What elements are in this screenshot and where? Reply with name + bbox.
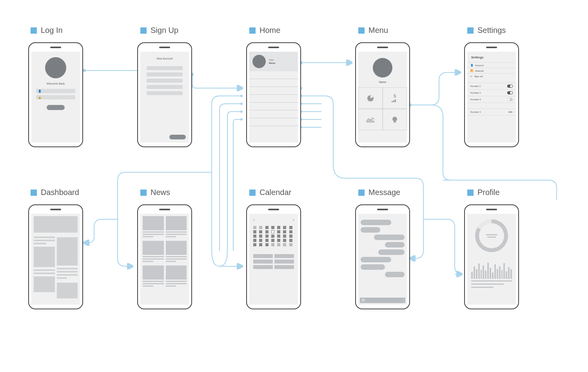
message-bubble-out [378,249,405,255]
home-list-item[interactable] [249,95,298,103]
title-settings-text: Settings [477,26,506,35]
news-card[interactable] [143,216,164,238]
switch-icon [507,91,513,94]
dashboard-image [34,247,55,267]
screen-dashboard [31,214,80,305]
signup-field[interactable] [147,72,183,76]
home-list-item[interactable] [249,87,298,95]
svg-rect-18 [395,99,396,102]
home-list-item[interactable] [249,79,298,87]
phone-speaker [268,209,279,210]
calendar-next-button[interactable]: › [293,218,294,222]
news-card[interactable] [166,265,187,288]
growth-icon: $ [392,94,398,103]
title-message: Message [358,188,400,197]
message-bubble-in [361,264,385,270]
calendar-event[interactable] [274,260,294,264]
home-list-item[interactable] [249,103,298,110]
title-settings: Settings [467,26,506,35]
settings-toggle-2[interactable]: Number 2 [467,89,516,96]
user-icon: 👤 [38,90,42,93]
phone-speaker [50,47,61,48]
toggle-label: Number 1 [470,85,481,87]
send-icon[interactable]: › [403,299,404,302]
title-message-text: Message [368,188,400,197]
screen-login: Welcome Back 👤 🔒 [31,52,80,143]
title-news: News [140,188,170,197]
home-greeting: Your Name [269,58,275,65]
switch-icon [507,85,513,88]
phone-message: 🖼 › [355,204,410,309]
username-input[interactable]: 👤 [36,89,75,93]
password-input[interactable]: 🔒 [36,95,75,99]
dashboard-image [57,283,78,298]
menu-tile-idea[interactable] [383,109,407,130]
news-card[interactable] [143,265,164,288]
svg-point-7 [240,110,243,113]
calendar-event[interactable] [274,265,294,269]
toggle-label: Number 2 [470,92,481,94]
bullet-icon [249,190,256,196]
svg-rect-26 [394,121,396,123]
phone-dashboard [28,204,83,309]
dashboard-columns [34,235,78,301]
image-icon[interactable]: 🖼 [361,299,365,302]
news-card[interactable] [143,241,164,263]
settings-toggle-3[interactable]: Number 3 [467,96,516,103]
home-list-item[interactable] [249,110,298,118]
settings-link-account[interactable]: 👤Account [467,62,516,68]
calendar-selected-day[interactable] [271,230,274,233]
svg-point-4 [240,87,243,89]
title-home: Home [249,26,280,35]
bullet-icon [31,190,37,196]
menu-tile-chart[interactable] [358,109,383,130]
extra-label: Number 4 [470,111,481,113]
settings-link-network[interactable]: 📶Network [467,68,516,73]
home-list-item[interactable] [249,71,298,79]
svg-point-8 [240,118,243,121]
phone-login: Welcome Back 👤 🔒 [28,42,83,147]
signup-submit-button[interactable] [169,135,186,139]
signup-field[interactable] [147,79,183,83]
progress-ring [475,219,508,252]
toggle-label: Number 3 [470,98,481,101]
signup-field[interactable] [147,91,183,95]
settings-link-signout[interactable]: ↩Sign out [467,73,516,79]
news-card[interactable] [166,241,187,263]
svg-point-0 [83,69,86,72]
signup-field[interactable] [147,85,183,89]
login-button[interactable] [47,105,65,110]
svg-rect-16 [392,101,393,102]
avatar-icon [373,58,392,78]
screen-calendar: ‹ › [249,214,298,305]
message-bubble-in [361,257,391,262]
title-signup: Sign Up [140,26,178,35]
dashboard-image [57,237,78,265]
menu-tile-pie[interactable] [358,87,383,109]
menu-tile-growth[interactable]: $ [383,87,407,109]
calendar-event[interactable] [274,254,294,258]
calendar-prev-button[interactable]: ‹ [253,218,254,222]
calendar-event[interactable] [253,254,273,258]
calendar-grid [253,226,294,246]
title-calendar: Calendar [249,188,291,197]
phone-speaker [377,209,388,210]
exit-icon: ↩ [470,75,472,78]
calendar-event[interactable] [253,265,273,269]
calendar-event[interactable] [253,260,273,264]
home-list-item[interactable] [249,118,298,126]
message-bubble-in [361,220,391,225]
message-input[interactable]: 🖼 › [360,298,405,303]
switch-icon [507,98,513,101]
chart-baseline [471,280,512,282]
svg-rect-22 [370,120,371,122]
settings-link-label: Account [475,64,484,67]
news-card[interactable] [166,216,187,238]
signup-field[interactable] [147,66,183,70]
settings-toggle-1[interactable]: Number 1 [467,83,516,89]
avatar-icon [252,55,266,68]
message-bubble-out [385,272,405,277]
svg-rect-24 [373,121,374,122]
title-login: Log In [31,26,63,35]
settings-extra[interactable]: Number 4◀ ▶ [467,108,516,116]
